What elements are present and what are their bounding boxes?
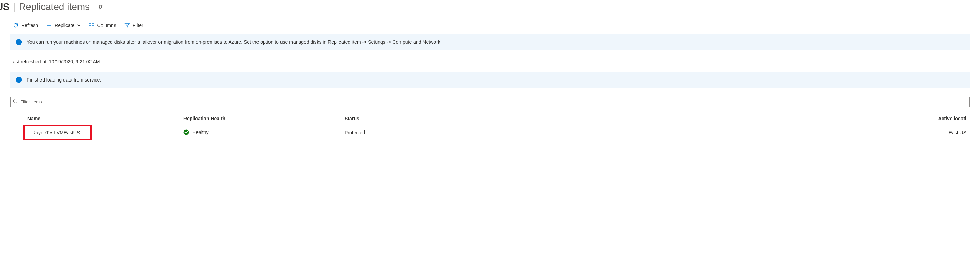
info-managed-disks: You can run your machines on managed dis… bbox=[10, 34, 970, 50]
last-refreshed-value: 10/19/2020, 9:21:02 AM bbox=[49, 59, 100, 64]
resource-name-suffix: stUS bbox=[0, 2, 10, 12]
replicate-button[interactable]: Replicate bbox=[46, 22, 81, 28]
header-active-location[interactable]: Active locati bbox=[488, 113, 970, 124]
replicated-items-table: Name Replication Health Status Active lo… bbox=[10, 113, 970, 141]
svg-point-2 bbox=[19, 40, 19, 41]
table-row[interactable]: RayneTest-VMEastUS Healthy Pro bbox=[10, 124, 970, 141]
plus-icon bbox=[46, 22, 52, 28]
cell-status: Protected bbox=[341, 124, 488, 141]
command-bar: Refresh Replicate Columns bbox=[0, 12, 980, 34]
svg-point-6 bbox=[13, 100, 16, 102]
cell-active-location: East US bbox=[488, 124, 970, 141]
page-title: Replicated items bbox=[19, 2, 90, 12]
table-header-row: Name Replication Health Status Active lo… bbox=[10, 113, 970, 124]
refresh-label: Refresh bbox=[21, 22, 38, 28]
svg-rect-4 bbox=[19, 79, 19, 81]
columns-icon bbox=[89, 22, 94, 28]
pipe-separator: | bbox=[12, 2, 17, 12]
header-replication-health[interactable]: Replication Health bbox=[180, 113, 341, 124]
cell-replication-health: Healthy bbox=[180, 124, 341, 141]
search-icon bbox=[13, 99, 18, 105]
cell-name[interactable]: RayneTest-VMEastUS bbox=[24, 124, 180, 141]
page-header: stUS | Replicated items bbox=[0, 0, 980, 12]
last-refreshed-label: Last refreshed at: bbox=[10, 59, 48, 64]
info-icon bbox=[16, 39, 22, 45]
replication-health-value: Healthy bbox=[192, 130, 208, 135]
filter-items-input[interactable] bbox=[19, 99, 967, 105]
info-managed-disks-text: You can run your machines on managed dis… bbox=[27, 40, 442, 45]
info-loaded-text: Finished loading data from service. bbox=[27, 77, 101, 82]
health-ok-icon bbox=[183, 130, 189, 135]
chevron-down-icon bbox=[77, 24, 81, 27]
filter-label: Filter bbox=[133, 22, 143, 28]
filter-items-wrapper[interactable] bbox=[10, 97, 970, 107]
item-name-link[interactable]: RayneTest-VMEastUS bbox=[29, 129, 83, 136]
svg-rect-1 bbox=[19, 41, 19, 43]
highlight-box: RayneTest-VMEastUS bbox=[23, 125, 92, 140]
replicate-label: Replicate bbox=[54, 22, 75, 28]
info-loaded: Finished loading data from service. bbox=[10, 72, 970, 88]
header-status[interactable]: Status bbox=[341, 113, 488, 124]
header-name[interactable]: Name bbox=[24, 113, 180, 124]
info-icon bbox=[16, 77, 22, 83]
last-refreshed: Last refreshed at: 10/19/2020, 9:21:02 A… bbox=[0, 59, 980, 64]
header-spacer bbox=[10, 113, 24, 124]
filter-button[interactable]: Filter bbox=[124, 22, 143, 28]
refresh-icon bbox=[13, 22, 19, 28]
refresh-button[interactable]: Refresh bbox=[13, 22, 38, 28]
replicated-items-table-wrap: Name Replication Health Status Active lo… bbox=[10, 113, 970, 141]
columns-label: Columns bbox=[97, 22, 116, 28]
svg-point-5 bbox=[19, 78, 19, 79]
row-spacer bbox=[10, 124, 24, 141]
filter-icon bbox=[124, 22, 130, 28]
columns-button[interactable]: Columns bbox=[89, 22, 116, 28]
pin-icon[interactable] bbox=[97, 5, 103, 11]
